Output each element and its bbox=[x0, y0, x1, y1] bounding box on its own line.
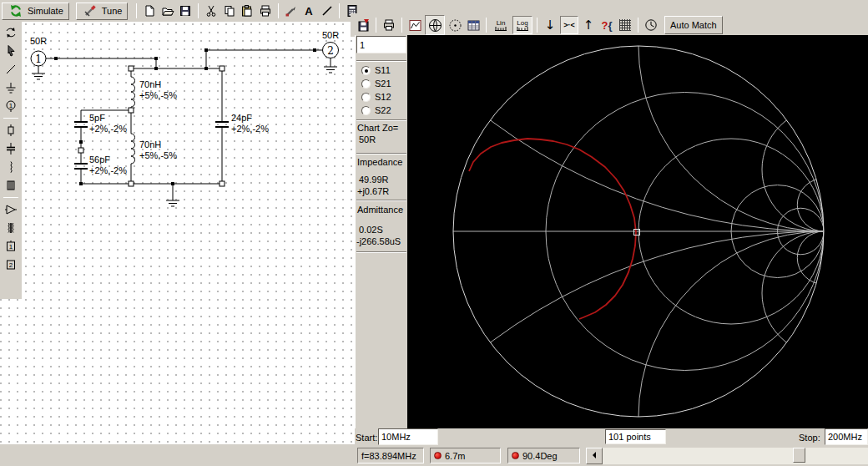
panel-divider bbox=[356, 251, 406, 253]
lin-label: Lin bbox=[497, 20, 506, 27]
text-icon[interactable]: A bbox=[300, 3, 317, 19]
dither-icon[interactable] bbox=[617, 17, 633, 33]
admittance-label: Admittance bbox=[357, 205, 403, 215]
marker-up-icon[interactable]: ↑ bbox=[580, 17, 597, 33]
open-file-icon[interactable] bbox=[159, 3, 176, 19]
dither-pattern bbox=[619, 19, 631, 31]
s22-radio-row[interactable]: S22 bbox=[361, 105, 391, 115]
select-pointer-icon[interactable] bbox=[2, 43, 20, 59]
line-icon[interactable] bbox=[319, 3, 336, 19]
port2-number: 2 bbox=[327, 45, 334, 57]
resistor-tool-icon[interactable] bbox=[2, 122, 20, 139]
svg-text:1: 1 bbox=[9, 243, 13, 251]
paste-icon[interactable] bbox=[239, 3, 255, 19]
print-chart-icon[interactable] bbox=[381, 17, 397, 33]
stop-label: Stop: bbox=[799, 433, 820, 443]
c2-tolerance: +2%,-2% bbox=[89, 165, 127, 175]
crystal-tool-icon[interactable] bbox=[2, 177, 20, 194]
port-2-tool-icon[interactable]: 2 bbox=[2, 256, 20, 273]
s11-radio-row[interactable]: S11 bbox=[361, 65, 391, 75]
results-panel: S11 S21 S12 S22 Chart Zo= 50R Impedance … bbox=[355, 35, 407, 428]
toolbar-separator bbox=[198, 3, 199, 18]
transformer-tool-icon[interactable] bbox=[2, 220, 20, 236]
toolbar-separator bbox=[278, 3, 279, 18]
s21-radio-row[interactable]: S21 bbox=[361, 79, 391, 89]
stop-frequency-input[interactable] bbox=[825, 428, 868, 445]
s21-radio[interactable] bbox=[361, 79, 371, 89]
paint-icon[interactable] bbox=[283, 3, 300, 19]
l2-value: 70nH bbox=[139, 139, 161, 149]
points-input[interactable] bbox=[605, 429, 666, 444]
rotate-icon[interactable] bbox=[2, 24, 20, 41]
rect-plot-icon[interactable] bbox=[406, 17, 423, 33]
chart-zo-value: 50R bbox=[359, 134, 376, 144]
smith-chart-plot[interactable] bbox=[407, 35, 868, 428]
toolbar-separator bbox=[537, 18, 537, 33]
port-1-tool-icon[interactable]: 1 bbox=[2, 238, 20, 255]
s12-radio-row[interactable]: S12 bbox=[361, 92, 391, 102]
toolbar-separator bbox=[136, 3, 137, 18]
polar-chart-icon[interactable] bbox=[447, 17, 463, 33]
inductor-l2 bbox=[131, 134, 135, 164]
frequency-scrollbar-track[interactable] bbox=[603, 448, 868, 464]
s12-radio[interactable] bbox=[361, 93, 371, 102]
s12-label: S12 bbox=[375, 92, 391, 102]
trace-number-input[interactable] bbox=[356, 36, 406, 53]
s11-radio[interactable] bbox=[361, 66, 371, 75]
start-frequency-input[interactable] bbox=[378, 428, 438, 445]
auto-match-label: Auto Match bbox=[670, 20, 717, 30]
amplifier-tool-icon[interactable] bbox=[2, 201, 20, 218]
start-label: Start: bbox=[356, 433, 377, 443]
smith-chart-icon[interactable] bbox=[425, 15, 445, 35]
l1-tolerance: +5%,-5% bbox=[139, 90, 177, 100]
log-scale-button[interactable]: Log bbox=[512, 16, 532, 34]
admittance-real-value: 0.02S bbox=[359, 225, 383, 235]
print-icon[interactable] bbox=[257, 3, 274, 19]
copy-icon[interactable] bbox=[221, 3, 238, 19]
save-icon[interactable] bbox=[178, 3, 194, 19]
up-arrow-glyph: ↑ bbox=[583, 18, 594, 33]
help-question-glyph: ? bbox=[601, 19, 608, 32]
smith-chart-area[interactable] bbox=[407, 35, 868, 428]
simulate-icon bbox=[8, 3, 24, 19]
help-icon[interactable]: ? { bbox=[598, 17, 615, 33]
c1-tolerance: +2%,-2% bbox=[89, 124, 127, 134]
sweep-settings-row: Start: Stop: bbox=[355, 428, 868, 446]
status-bar: f=83.894MHz 6.7m 90.4Deg bbox=[355, 446, 868, 466]
scrollbar-left-arrow[interactable] bbox=[586, 448, 603, 464]
impedance-label: Impedance bbox=[357, 157, 402, 167]
lin-scale-button[interactable]: Lin bbox=[491, 16, 511, 34]
wire-tool-icon[interactable] bbox=[2, 61, 20, 78]
ground-tool-icon[interactable] bbox=[2, 79, 20, 96]
cut-icon[interactable] bbox=[203, 3, 220, 19]
c3-value: 24pF bbox=[231, 113, 252, 123]
marker-center-icon[interactable]: >·< bbox=[560, 16, 578, 34]
port-tool-icon[interactable]: 1 bbox=[2, 98, 20, 114]
toolbar-separator bbox=[401, 18, 402, 33]
svg-text:2: 2 bbox=[9, 261, 13, 269]
panel-divider bbox=[356, 200, 406, 201]
simulate-button[interactable]: Simulate bbox=[2, 3, 69, 20]
clock-icon[interactable] bbox=[643, 17, 659, 33]
tune-label: Tune bbox=[102, 6, 123, 16]
save-chart-icon[interactable] bbox=[355, 17, 371, 33]
new-file-icon[interactable] bbox=[141, 3, 158, 19]
frequency-scrollbar-thumb[interactable] bbox=[793, 448, 805, 463]
marker-down-icon[interactable]: ↓ bbox=[542, 17, 558, 33]
marker-frequency-field: f=83.894MHz bbox=[357, 448, 424, 463]
help-brace-glyph: { bbox=[608, 19, 612, 32]
toolbar-separator bbox=[486, 18, 487, 33]
s22-radio[interactable] bbox=[361, 106, 371, 115]
capacitor-tool-icon[interactable] bbox=[2, 140, 20, 157]
tune-button[interactable]: Tune bbox=[76, 3, 129, 20]
table-icon[interactable] bbox=[465, 17, 482, 33]
schematic-drawing[interactable]: 50R 1 50R 2 70nH +5%,-5% 5pF +2%,-2% 56p… bbox=[0, 0, 355, 466]
magnitude-led-icon bbox=[434, 452, 442, 459]
impedance-real-value: 49.99R bbox=[359, 175, 388, 185]
reflection-phase-value: 90.4Deg bbox=[522, 451, 558, 461]
toolbar-separator bbox=[638, 18, 638, 33]
auto-match-button[interactable]: Auto Match bbox=[664, 16, 723, 34]
simulate-label: Simulate bbox=[28, 6, 63, 16]
port1-impedance-label: 50R bbox=[30, 36, 47, 46]
inductor-tool-icon[interactable] bbox=[2, 159, 20, 175]
